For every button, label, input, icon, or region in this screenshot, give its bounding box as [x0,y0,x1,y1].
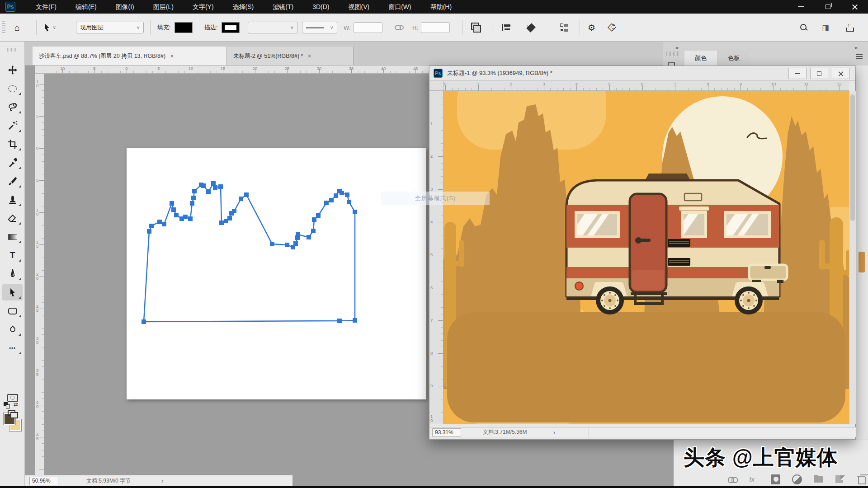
h-input[interactable] [421,22,450,33]
float-horizontal-ruler[interactable]: 0123456789101112 [443,81,849,91]
tab-swatches-panel[interactable]: 色板 [717,51,750,66]
menu-item-10[interactable]: 窗口(W) [379,0,421,14]
vertical-ruler[interactable]: 105051015202530354045 [35,74,44,475]
tool-gradient[interactable] [2,229,23,245]
anchor-point[interactable] [340,191,344,195]
tool-clone-stamp[interactable] [2,192,23,208]
float-scrollbar[interactable] [849,91,856,424]
menu-item-8[interactable]: 3D(D) [303,0,339,14]
path-arrangement-button[interactable] [528,14,538,42]
float-canvas[interactable] [443,91,849,424]
tool-lasso[interactable] [2,99,23,115]
anchor-point[interactable] [311,229,316,233]
dock-grip[interactable] [666,52,680,56]
anchor-point[interactable] [213,185,217,190]
anchor-point[interactable] [285,243,289,247]
menu-item-2[interactable]: 编辑(E) [66,0,106,14]
path-alignment-button[interactable] [502,14,511,42]
new-group-icon[interactable] [814,474,823,484]
tool-elliptical-marquee[interactable] [2,80,23,97]
anchor-point[interactable] [337,319,342,323]
menu-item-7[interactable]: 滤镜(T) [263,0,303,14]
tool-eyedropper[interactable] [2,155,23,171]
collapse-dock-icon[interactable]: « [675,44,679,51]
new-layer-icon[interactable] [835,474,844,484]
tab-close-icon[interactable]: × [307,52,311,60]
anchor-point[interactable] [324,201,329,205]
anchor-point[interactable] [188,216,193,221]
anchor-point[interactable] [316,213,321,218]
status-chevron-icon[interactable]: › [553,429,555,436]
anchor-point[interactable] [347,200,351,204]
anchor-point[interactable] [190,201,194,206]
anchor-point[interactable] [211,181,216,186]
tab-close-icon[interactable]: × [170,52,174,60]
workspace-button[interactable]: ◨ [822,14,829,42]
anchor-point[interactable] [270,242,274,246]
tool-rounded-rectangle[interactable] [2,303,23,319]
close-button[interactable] [844,1,865,12]
home-button[interactable]: ⌂ [14,14,20,42]
anchor-point[interactable] [232,209,236,213]
tool-brush[interactable] [2,173,23,189]
anchor-point[interactable] [206,189,211,194]
menu-item-4[interactable]: 图层(L) [144,0,183,14]
link-dimensions-button[interactable] [394,14,404,42]
menu-item-1[interactable]: 文件(F) [26,0,66,14]
quick-mask-button[interactable] [2,389,23,406]
anchor-point[interactable] [334,193,338,198]
current-tool-button[interactable]: ˅ [43,14,56,42]
vector-path[interactable] [144,183,355,322]
panel-menu-icon[interactable] [856,54,863,59]
anchor-point[interactable] [162,222,166,226]
dock-scroll-thumb[interactable] [859,252,865,272]
tool-eraser[interactable] [2,210,23,226]
adjustment-layer-icon[interactable] [792,474,802,484]
float-close-button[interactable] [832,68,850,79]
anchor-point[interactable] [171,207,176,212]
tool-path-selection[interactable] [2,284,23,300]
float-vertical-ruler[interactable]: 12345678910 [429,91,443,424]
anchor-point[interactable] [239,197,243,201]
tab-color-panel[interactable]: 颜色 [684,51,717,66]
anchor-point[interactable] [353,210,357,214]
isolate-layers-button[interactable] [560,14,569,42]
anchor-point[interactable] [296,232,300,237]
float-zoom-field[interactable]: 93.31% [432,428,461,436]
stroke-control[interactable]: 描边: [204,14,240,42]
constrain-path-button[interactable]: ◇ [608,14,619,42]
anchor-point[interactable] [192,189,197,193]
tab-untitled-2[interactable]: 未标题-2 @ 51%(RGB/8#) * × [227,47,354,66]
share-button[interactable] [844,14,854,42]
status-chevron-icon[interactable]: › [161,477,164,484]
tool-crop[interactable] [2,136,23,152]
anchor-point[interactable] [218,184,223,189]
anchor-point[interactable] [244,192,249,197]
float-minimize-button[interactable] [788,68,807,79]
float-maximize-button[interactable] [810,68,828,79]
scroll-thumb[interactable] [850,94,855,221]
search-button[interactable] [799,14,808,42]
stroke-width-select[interactable]: ˅ [248,14,297,42]
floating-document-window[interactable]: Ps 未标题-1 @ 93.3% (1936949, RGB/8#) * 012… [429,66,855,440]
tool-preset-select[interactable]: 现用图层 ˅ [76,14,144,42]
stroke-type-select[interactable]: ˅ [302,14,337,42]
fill-control[interactable]: 填充: [157,14,193,42]
link-layers-icon[interactable] [728,474,737,484]
minimize-button[interactable] [790,1,811,12]
w-input[interactable] [354,22,382,33]
tool-magic-wand[interactable] [2,117,23,134]
menu-item-5[interactable]: 文字(Y) [183,0,223,14]
menu-item-6[interactable]: 选择(S) [223,0,264,14]
anchor-point[interactable] [329,198,334,202]
anchor-point[interactable] [183,215,188,219]
anchor-point[interactable] [191,196,196,200]
anchor-point[interactable] [312,217,316,222]
ruler-corner[interactable] [35,66,44,74]
fill-swatch[interactable] [175,22,193,33]
menu-item-11[interactable]: 帮助(H) [421,0,461,14]
anchor-point[interactable] [201,183,206,188]
tool-pen[interactable] [2,266,23,282]
anchor-point[interactable] [149,224,154,228]
tool-move[interactable] [2,62,23,78]
